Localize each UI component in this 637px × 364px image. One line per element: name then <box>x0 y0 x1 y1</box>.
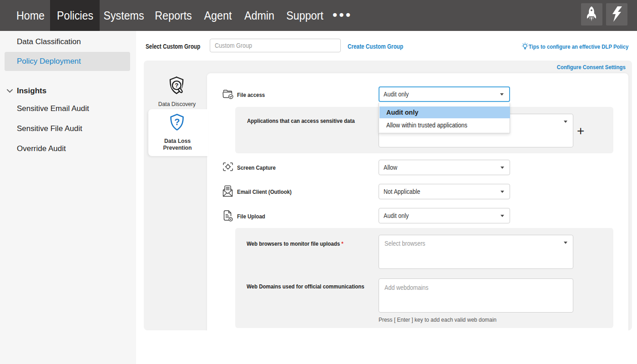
svg-text:?: ? <box>174 117 180 127</box>
svg-text:?: ? <box>175 82 178 89</box>
